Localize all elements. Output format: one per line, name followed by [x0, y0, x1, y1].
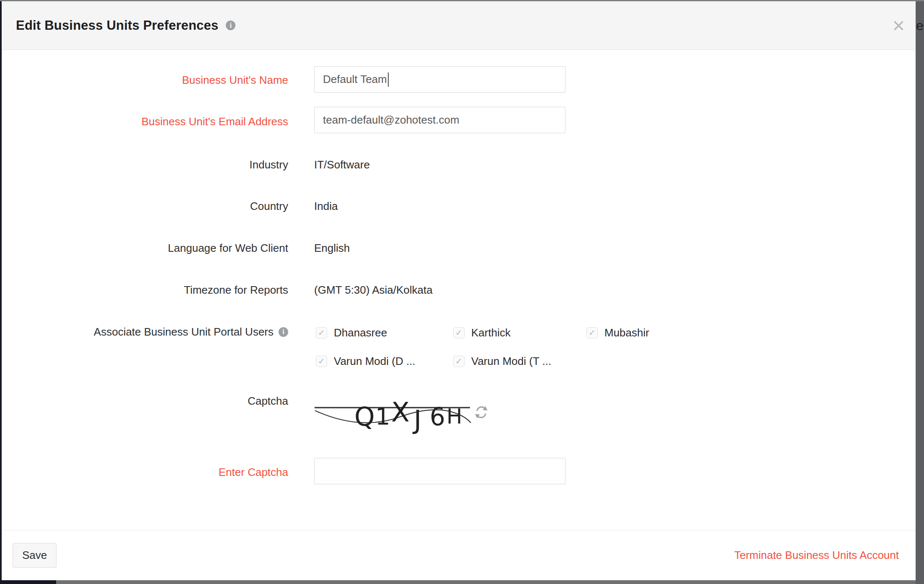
info-glyph: i	[230, 22, 232, 29]
modal-header: Edit Business Units Preferences i ×	[2, 1, 916, 50]
svg-text:1: 1	[375, 403, 390, 430]
checkbox-checked-icon: ✓	[586, 327, 598, 339]
portal-user-name: Varun Modi (D ...	[334, 355, 416, 368]
portal-user-name: Dhanasree	[334, 326, 387, 339]
language-label: Language for Web Client	[2, 241, 288, 255]
business-unit-email-label: Business Unit's Email Address	[2, 115, 288, 128]
background-peek-text: e	[916, 18, 924, 34]
close-icon[interactable]: ×	[893, 15, 905, 36]
edit-business-units-modal: Edit Business Units Preferences i × Busi…	[2, 1, 916, 580]
checkbox-checked-icon: ✓	[316, 356, 327, 367]
text-cursor	[388, 72, 389, 87]
svg-text:J: J	[412, 404, 421, 435]
country-value: India	[314, 199, 338, 213]
save-button[interactable]: Save	[13, 543, 57, 568]
captcha-label: Captcha	[2, 394, 288, 408]
background-right-edge: e	[916, 1, 924, 584]
portal-user-option[interactable]: ✓ Dhanasree	[316, 327, 387, 339]
checkbox-checked-icon: ✓	[453, 356, 465, 367]
portal-user-name: Varun Modi (T ...	[471, 355, 551, 368]
svg-text:X: X	[391, 397, 410, 428]
svg-text:H: H	[447, 404, 462, 429]
modal-footer: Save Terminate Business Units Account	[2, 530, 916, 580]
svg-text:6: 6	[430, 403, 445, 431]
checkbox-checked-icon: ✓	[316, 327, 327, 339]
enter-captcha-input[interactable]	[314, 458, 565, 484]
page: e Edit Business Units Preferences i × Bu…	[0, 0, 924, 584]
background-top-edge	[0, 0, 924, 1]
captcha-image: Q 1 X J 6 H	[314, 396, 473, 436]
checkbox-checked-icon: ✓	[453, 327, 465, 339]
business-unit-name-value: Default Team	[323, 73, 387, 86]
refresh-captcha-button[interactable]	[474, 405, 488, 419]
business-unit-name-label: Business Unit's Name	[2, 73, 288, 87]
portal-users-info-icon[interactable]: i	[279, 327, 288, 337]
timezone-label: Timezone for Reports	[2, 283, 288, 297]
enter-captcha-label: Enter Captcha	[2, 465, 288, 479]
language-value: English	[314, 241, 350, 255]
portal-user-option[interactable]: ✓ Mubashir	[586, 327, 649, 339]
portal-user-option[interactable]: ✓ Karthick	[453, 327, 511, 339]
background-bottom-edge	[2, 580, 916, 584]
terminate-business-units-link[interactable]: Terminate Business Units Account	[734, 549, 899, 562]
portal-users-label-row: Associate Business Unit Portal Users i	[2, 325, 288, 339]
business-unit-email-input[interactable]	[314, 107, 565, 133]
industry-label: Industry	[2, 158, 288, 171]
svg-text:Q: Q	[354, 401, 375, 432]
background-left-sidebar-edge	[0, 1, 2, 584]
background-bottom-sidebar-edge	[0, 580, 56, 584]
business-unit-name-input[interactable]: Default Team	[314, 66, 565, 93]
title-info-icon[interactable]: i	[226, 21, 235, 30]
portal-user-option[interactable]: ✓ Varun Modi (D ...	[316, 355, 416, 367]
portal-users-label: Associate Business Unit Portal Users	[94, 325, 274, 339]
portal-user-option[interactable]: ✓ Varun Modi (T ...	[453, 355, 551, 367]
modal-title: Edit Business Units Preferences	[16, 18, 218, 33]
portal-user-name: Mubashir	[604, 326, 649, 339]
refresh-icon	[474, 405, 488, 419]
industry-value: IT/Software	[314, 158, 370, 171]
timezone-value: (GMT 5:30) Asia/Kolkata	[314, 283, 433, 297]
portal-user-name: Karthick	[471, 326, 511, 339]
country-label: Country	[2, 199, 288, 213]
